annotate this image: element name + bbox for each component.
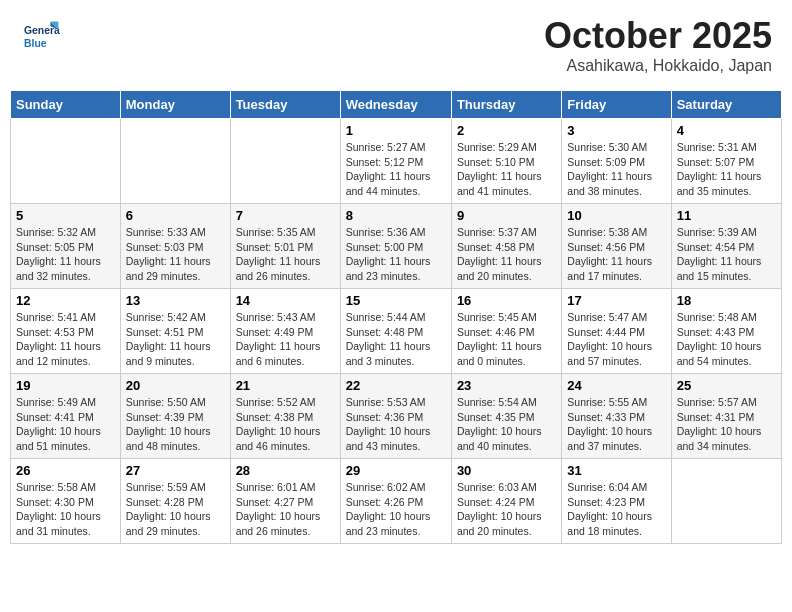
day-number: 19 [16,378,115,393]
calendar-cell: 21Sunrise: 5:52 AM Sunset: 4:38 PM Dayli… [230,374,340,459]
day-number: 6 [126,208,225,223]
day-number: 7 [236,208,335,223]
day-info: Sunrise: 5:50 AM Sunset: 4:39 PM Dayligh… [126,395,225,454]
day-number: 2 [457,123,556,138]
day-info: Sunrise: 5:57 AM Sunset: 4:31 PM Dayligh… [677,395,776,454]
calendar-cell [230,119,340,204]
weekday-header-monday: Monday [120,91,230,119]
logo: General Blue [20,15,64,55]
day-info: Sunrise: 5:42 AM Sunset: 4:51 PM Dayligh… [126,310,225,369]
week-row-3: 12Sunrise: 5:41 AM Sunset: 4:53 PM Dayli… [11,289,782,374]
day-info: Sunrise: 5:41 AM Sunset: 4:53 PM Dayligh… [16,310,115,369]
day-info: Sunrise: 5:29 AM Sunset: 5:10 PM Dayligh… [457,140,556,199]
calendar-cell [11,119,121,204]
day-info: Sunrise: 6:01 AM Sunset: 4:27 PM Dayligh… [236,480,335,539]
day-number: 26 [16,463,115,478]
day-info: Sunrise: 5:44 AM Sunset: 4:48 PM Dayligh… [346,310,446,369]
weekday-header-wednesday: Wednesday [340,91,451,119]
calendar-cell: 10Sunrise: 5:38 AM Sunset: 4:56 PM Dayli… [562,204,671,289]
calendar-cell: 8Sunrise: 5:36 AM Sunset: 5:00 PM Daylig… [340,204,451,289]
calendar-cell: 15Sunrise: 5:44 AM Sunset: 4:48 PM Dayli… [340,289,451,374]
day-info: Sunrise: 5:33 AM Sunset: 5:03 PM Dayligh… [126,225,225,284]
day-number: 10 [567,208,665,223]
month-title: October 2025 [544,15,772,57]
calendar-cell: 16Sunrise: 5:45 AM Sunset: 4:46 PM Dayli… [451,289,561,374]
weekday-header-tuesday: Tuesday [230,91,340,119]
calendar-cell: 31Sunrise: 6:04 AM Sunset: 4:23 PM Dayli… [562,459,671,544]
day-info: Sunrise: 5:53 AM Sunset: 4:36 PM Dayligh… [346,395,446,454]
day-number: 3 [567,123,665,138]
day-info: Sunrise: 5:37 AM Sunset: 4:58 PM Dayligh… [457,225,556,284]
calendar-cell: 14Sunrise: 5:43 AM Sunset: 4:49 PM Dayli… [230,289,340,374]
weekday-header-friday: Friday [562,91,671,119]
day-info: Sunrise: 5:38 AM Sunset: 4:56 PM Dayligh… [567,225,665,284]
week-row-5: 26Sunrise: 5:58 AM Sunset: 4:30 PM Dayli… [11,459,782,544]
day-number: 21 [236,378,335,393]
day-info: Sunrise: 6:03 AM Sunset: 4:24 PM Dayligh… [457,480,556,539]
day-number: 22 [346,378,446,393]
calendar-cell: 13Sunrise: 5:42 AM Sunset: 4:51 PM Dayli… [120,289,230,374]
day-number: 24 [567,378,665,393]
calendar-cell: 22Sunrise: 5:53 AM Sunset: 4:36 PM Dayli… [340,374,451,459]
day-info: Sunrise: 5:59 AM Sunset: 4:28 PM Dayligh… [126,480,225,539]
day-number: 1 [346,123,446,138]
day-number: 25 [677,378,776,393]
day-info: Sunrise: 5:30 AM Sunset: 5:09 PM Dayligh… [567,140,665,199]
weekday-header-saturday: Saturday [671,91,781,119]
day-info: Sunrise: 5:43 AM Sunset: 4:49 PM Dayligh… [236,310,335,369]
logo-icon: General Blue [20,15,60,55]
day-number: 28 [236,463,335,478]
day-number: 29 [346,463,446,478]
day-number: 9 [457,208,556,223]
day-info: Sunrise: 5:45 AM Sunset: 4:46 PM Dayligh… [457,310,556,369]
calendar-cell: 2Sunrise: 5:29 AM Sunset: 5:10 PM Daylig… [451,119,561,204]
calendar-cell: 29Sunrise: 6:02 AM Sunset: 4:26 PM Dayli… [340,459,451,544]
day-info: Sunrise: 5:52 AM Sunset: 4:38 PM Dayligh… [236,395,335,454]
day-number: 23 [457,378,556,393]
day-number: 27 [126,463,225,478]
page-header: General Blue October 2025 Asahikawa, Hok… [10,10,782,80]
calendar-cell: 26Sunrise: 5:58 AM Sunset: 4:30 PM Dayli… [11,459,121,544]
calendar-cell: 4Sunrise: 5:31 AM Sunset: 5:07 PM Daylig… [671,119,781,204]
day-info: Sunrise: 5:48 AM Sunset: 4:43 PM Dayligh… [677,310,776,369]
day-number: 18 [677,293,776,308]
day-number: 31 [567,463,665,478]
day-info: Sunrise: 6:04 AM Sunset: 4:23 PM Dayligh… [567,480,665,539]
day-number: 11 [677,208,776,223]
day-number: 15 [346,293,446,308]
day-number: 17 [567,293,665,308]
svg-text:Blue: Blue [24,38,47,49]
day-info: Sunrise: 5:55 AM Sunset: 4:33 PM Dayligh… [567,395,665,454]
calendar-cell: 30Sunrise: 6:03 AM Sunset: 4:24 PM Dayli… [451,459,561,544]
calendar-cell: 7Sunrise: 5:35 AM Sunset: 5:01 PM Daylig… [230,204,340,289]
day-number: 12 [16,293,115,308]
calendar-cell: 12Sunrise: 5:41 AM Sunset: 4:53 PM Dayli… [11,289,121,374]
calendar-cell: 1Sunrise: 5:27 AM Sunset: 5:12 PM Daylig… [340,119,451,204]
calendar-cell: 25Sunrise: 5:57 AM Sunset: 4:31 PM Dayli… [671,374,781,459]
day-info: Sunrise: 5:27 AM Sunset: 5:12 PM Dayligh… [346,140,446,199]
calendar-cell: 3Sunrise: 5:30 AM Sunset: 5:09 PM Daylig… [562,119,671,204]
week-row-4: 19Sunrise: 5:49 AM Sunset: 4:41 PM Dayli… [11,374,782,459]
title-area: October 2025 Asahikawa, Hokkaido, Japan [544,15,772,75]
weekday-header-sunday: Sunday [11,91,121,119]
calendar-cell: 11Sunrise: 5:39 AM Sunset: 4:54 PM Dayli… [671,204,781,289]
day-number: 30 [457,463,556,478]
weekday-header-row: SundayMondayTuesdayWednesdayThursdayFrid… [11,91,782,119]
day-info: Sunrise: 5:32 AM Sunset: 5:05 PM Dayligh… [16,225,115,284]
calendar-cell: 6Sunrise: 5:33 AM Sunset: 5:03 PM Daylig… [120,204,230,289]
calendar-cell: 28Sunrise: 6:01 AM Sunset: 4:27 PM Dayli… [230,459,340,544]
calendar-cell: 20Sunrise: 5:50 AM Sunset: 4:39 PM Dayli… [120,374,230,459]
calendar-cell: 9Sunrise: 5:37 AM Sunset: 4:58 PM Daylig… [451,204,561,289]
calendar-cell: 23Sunrise: 5:54 AM Sunset: 4:35 PM Dayli… [451,374,561,459]
day-info: Sunrise: 5:35 AM Sunset: 5:01 PM Dayligh… [236,225,335,284]
calendar-cell [120,119,230,204]
day-number: 8 [346,208,446,223]
day-info: Sunrise: 5:39 AM Sunset: 4:54 PM Dayligh… [677,225,776,284]
weekday-header-thursday: Thursday [451,91,561,119]
day-info: Sunrise: 5:58 AM Sunset: 4:30 PM Dayligh… [16,480,115,539]
calendar-cell: 18Sunrise: 5:48 AM Sunset: 4:43 PM Dayli… [671,289,781,374]
calendar-cell: 19Sunrise: 5:49 AM Sunset: 4:41 PM Dayli… [11,374,121,459]
calendar-cell: 17Sunrise: 5:47 AM Sunset: 4:44 PM Dayli… [562,289,671,374]
day-info: Sunrise: 5:36 AM Sunset: 5:00 PM Dayligh… [346,225,446,284]
day-number: 16 [457,293,556,308]
